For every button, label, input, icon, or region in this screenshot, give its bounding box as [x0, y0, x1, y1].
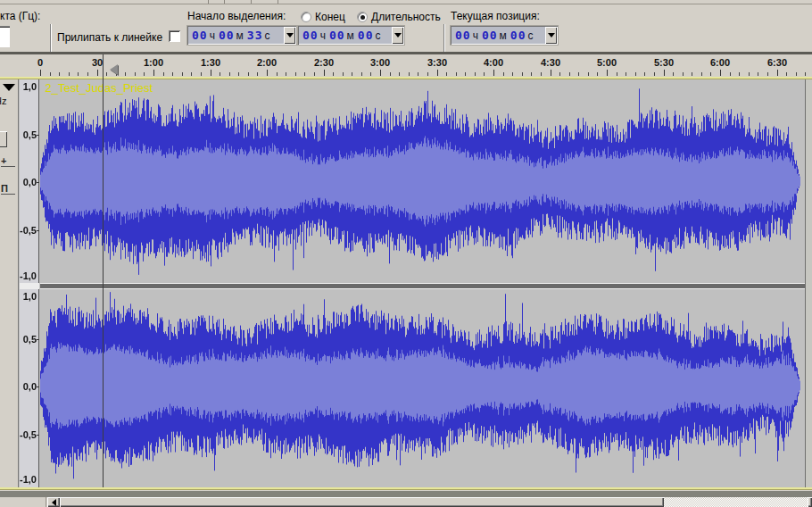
ruler-minor-tick	[343, 72, 344, 76]
track-rate-fragment: Hz	[0, 96, 16, 107]
ruler-minor-tick	[635, 72, 636, 76]
ruler-minor-tick	[617, 72, 617, 76]
clipped-button-edge	[208, 0, 209, 4]
ruler-minor-tick	[456, 72, 457, 76]
scrollbar-arrow-left-icon[interactable]	[47, 497, 60, 507]
ruler-minor-tick	[597, 72, 598, 76]
toolbar-separator	[50, 24, 52, 52]
hours-value: 00	[455, 29, 471, 42]
ruler-major-tick	[720, 70, 721, 76]
chevron-down-icon[interactable]	[392, 27, 403, 44]
amplitude-label: 1,0	[20, 81, 37, 92]
ruler-minor-tick	[257, 72, 258, 76]
playback-cursor	[103, 54, 104, 487]
ruler-minor-tick	[304, 72, 305, 76]
ruler-minor-tick	[730, 72, 731, 76]
scrollbar-thumb[interactable]	[60, 497, 664, 507]
ruler-minor-tick	[277, 72, 278, 76]
waveform-left-channel[interactable]	[40, 79, 806, 283]
hours-value: 00	[302, 29, 319, 42]
ruler-minor-tick	[503, 72, 504, 76]
channel-separator	[40, 283, 806, 289]
current-position-time-field[interactable]: 00 ч 00 м 00 с	[451, 26, 558, 45]
ruler-major-tick	[777, 70, 778, 76]
ruler-minor-tick	[654, 72, 655, 76]
minutes-value: 00	[219, 29, 235, 42]
ruler-minor-tick	[390, 72, 391, 76]
waveform-right-channel[interactable]	[40, 289, 806, 486]
ruler-minor-tick	[749, 72, 750, 76]
gain-slider-fragment[interactable]: +	[1, 155, 15, 167]
amplitude-label: 0,5	[20, 334, 37, 345]
ruler-minor-tick	[50, 72, 51, 76]
clipped-button-edge	[224, 0, 225, 4]
ruler-major-tick	[153, 70, 154, 76]
ruler-tick-label: 0	[37, 57, 43, 68]
selection-toolbar: кта (Гц): Прилипать к линейке Начало выд…	[0, 4, 812, 52]
ruler-minor-tick	[125, 72, 126, 76]
seconds-value: 00	[358, 29, 374, 42]
current-position-label: Текущая позиция:	[451, 10, 540, 22]
track-control-panel-fragment: Hz + П	[0, 79, 19, 487]
amplitude-ruler-gap	[20, 283, 39, 289]
ruler-tick-label: 4:00	[484, 57, 503, 68]
ruler-minor-tick	[796, 72, 797, 76]
radio-length-label: Длительность	[371, 11, 441, 23]
ruler-major-tick	[664, 70, 665, 76]
ruler-minor-tick	[238, 72, 239, 76]
ruler-minor-tick	[191, 72, 192, 76]
ruler-tick-label: 5:30	[654, 57, 674, 68]
ruler-minor-tick	[427, 72, 428, 76]
solo-button-fragment[interactable]	[0, 131, 7, 147]
ruler-minor-tick	[352, 72, 352, 76]
ruler-minor-tick	[512, 72, 513, 76]
ruler-minor-tick	[229, 72, 230, 76]
minutes-value: 00	[329, 29, 345, 42]
ruler-minor-tick	[399, 72, 400, 76]
minutes-unit: м	[347, 29, 354, 42]
snap-to-checkbox[interactable]	[169, 30, 180, 42]
selection-start-marker-triangle-left-icon[interactable]	[104, 64, 118, 75]
pan-slider-fragment[interactable]: П	[1, 183, 15, 195]
ruler-major-tick	[324, 70, 325, 76]
ruler-tick-label: 6:30	[767, 57, 787, 68]
ruler-tick-label: 3:30	[427, 57, 447, 68]
ruler-tick-label: 2:30	[314, 57, 334, 68]
ruler-minor-tick	[465, 72, 466, 76]
ruler-tick-label: 1:00	[144, 57, 163, 68]
scrollbar-right-fragment	[808, 497, 812, 507]
ruler-major-tick	[551, 70, 551, 76]
ruler-minor-tick	[758, 72, 758, 76]
ruler-minor-tick	[588, 72, 589, 76]
chevron-down-icon[interactable]	[545, 27, 557, 44]
ruler-tick-label: 4:30	[541, 57, 560, 68]
ruler-minor-tick	[484, 72, 485, 76]
ruler-minor-tick	[361, 72, 362, 76]
ruler-minor-tick	[182, 72, 183, 76]
ruler-minor-tick	[172, 72, 173, 76]
audio-track: Hz + П 2_Test_Judas_Priest	[0, 79, 812, 487]
track-menu-triangle-down-icon[interactable]	[1, 82, 17, 93]
selection-length-time-field[interactable]: 00 ч 00 м 00 с	[298, 26, 404, 45]
selection-start-time-field[interactable]: 00 ч 00 м 33 с	[187, 26, 296, 45]
ruler-minor-tick	[531, 72, 532, 76]
ruler-tick-label: 2:00	[257, 57, 277, 68]
horizontal-scrollbar[interactable]	[0, 497, 812, 507]
amplitude-tick	[37, 386, 39, 387]
project-rate-field-fragment[interactable]	[0, 26, 10, 47]
timeline-ruler[interactable]: 0301:001:302:002:303:003:304:004:305:005…	[0, 52, 812, 77]
ruler-minor-tick	[220, 72, 220, 76]
ruler-minor-tick	[370, 72, 371, 76]
project-rate-label: кта (Гц):	[0, 10, 40, 22]
chevron-down-icon[interactable]	[284, 27, 295, 44]
amplitude-label: 0,0	[20, 177, 37, 187]
ruler-minor-tick	[541, 72, 542, 76]
amplitude-label: -1,0	[20, 474, 37, 485]
seconds-unit: с	[375, 29, 380, 42]
ruler-major-tick	[380, 70, 381, 76]
ruler-minor-tick	[673, 72, 674, 76]
scrollbar-track[interactable]	[664, 497, 808, 507]
clipped-button-edge	[278, 0, 278, 4]
amplitude-label: -0,5	[20, 429, 37, 440]
ruler-minor-tick	[701, 72, 702, 76]
